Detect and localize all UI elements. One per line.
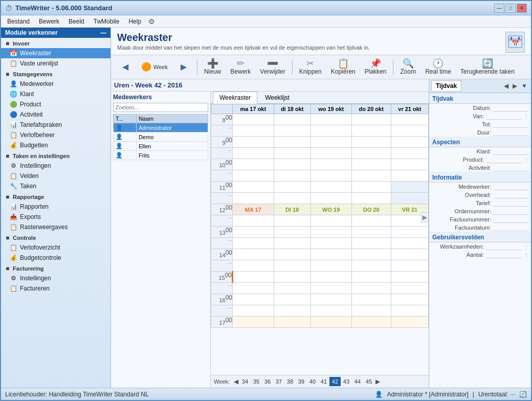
cell-do-8[interactable]: [351, 114, 391, 125]
cell-vr-9[interactable]: [391, 137, 428, 148]
cell-vr-13h[interactable]: [391, 238, 428, 249]
cell-wo-10h[interactable]: [311, 170, 351, 182]
cell-do-12h[interactable]: [351, 215, 391, 227]
recurring-button[interactable]: 🔄 Terugkerende taken: [457, 57, 518, 77]
sidebar-item-medewerker[interactable]: 👤 Medewerker: [1, 79, 110, 89]
cell-do-9h[interactable]: [351, 148, 391, 159]
cell-ma-14h[interactable]: [233, 260, 274, 272]
tab-weekraster[interactable]: Weekraster: [213, 92, 257, 104]
cell-wo-11[interactable]: [311, 182, 351, 193]
week-36[interactable]: 36: [262, 377, 273, 386]
cell-ma-14[interactable]: [233, 249, 274, 260]
cell-vr-17[interactable]: [391, 317, 428, 328]
calendar-grid-scroll[interactable]: ▶ ma 17 okt di 18 okt wo 19 okt do 20 ok…: [211, 104, 429, 375]
minimize-button[interactable]: —: [494, 4, 504, 13]
cell-vr-11h[interactable]: [391, 193, 428, 204]
week-scroll-left[interactable]: ◀: [233, 378, 239, 385]
sidebar-item-rapporten[interactable]: 📊 Rapporten: [1, 202, 110, 212]
cell-wo-14h[interactable]: [311, 260, 351, 272]
settings-gear-icon[interactable]: ⚙: [148, 17, 155, 26]
cell-do-13h[interactable]: [351, 238, 391, 249]
cell-vr-9h[interactable]: [391, 148, 428, 159]
cell-do-16h[interactable]: [351, 305, 391, 317]
cell-do-9[interactable]: [351, 137, 391, 148]
sidebar-item-product[interactable]: 🟢 Product: [1, 99, 110, 109]
cell-di-11[interactable]: [274, 182, 311, 193]
cell-wo-8h[interactable]: [311, 125, 351, 137]
cell-vr-16h[interactable]: [391, 305, 428, 317]
cell-wo-8[interactable]: [311, 114, 351, 125]
cell-ma-16h[interactable]: [233, 305, 274, 317]
cell-di-8[interactable]: [274, 114, 311, 125]
cell-wo-13[interactable]: [311, 227, 351, 238]
week-41[interactable]: 41: [318, 377, 329, 386]
week-button[interactable]: 🟠 Week: [138, 61, 171, 73]
sidebar-item-activiteit[interactable]: 🔵 Activiteit: [1, 109, 110, 120]
cell-wo-12[interactable]: WO 19: [311, 204, 351, 215]
cell-di-9[interactable]: [274, 137, 311, 148]
sidebar-item-rasterweergaves[interactable]: 📋 Rasterweergaves: [1, 222, 110, 232]
cell-ma-17[interactable]: [233, 317, 274, 328]
zoom-button[interactable]: 🔍 Zoom: [396, 57, 419, 77]
cell-di-10h[interactable]: [274, 170, 311, 182]
realtime-button[interactable]: 🕐 Real time: [422, 57, 455, 77]
tijdvak-tab[interactable]: Tijdvak: [431, 80, 461, 92]
cell-di-15h[interactable]: [274, 283, 311, 294]
sidebar-item-budgetten[interactable]: 💰 Budgetten: [1, 140, 110, 150]
sidebar-item-instellingen[interactable]: ⚙ Instellingen: [1, 161, 110, 171]
cell-do-11h[interactable]: [351, 193, 391, 204]
cell-vr-15h[interactable]: [391, 283, 428, 294]
cell-di-12h[interactable]: [274, 215, 311, 227]
expand-left-arrow[interactable]: ▶: [211, 236, 211, 243]
cell-di-8h[interactable]: [274, 125, 311, 137]
sidebar-item-factureren[interactable]: 📋 Factureren: [1, 283, 110, 294]
delete-button[interactable]: ➖ Verwijder: [256, 57, 289, 77]
cell-di-12[interactable]: DI 18: [274, 204, 311, 215]
cell-di-17[interactable]: [274, 317, 311, 328]
cell-ma-15h[interactable]: [233, 283, 274, 294]
cell-wo-16h[interactable]: [311, 305, 351, 317]
cell-wo-15h[interactable]: [311, 283, 351, 294]
paste-button[interactable]: 📌 Plakken: [361, 57, 390, 77]
cell-di-15[interactable]: [274, 272, 311, 283]
cell-ma-12h[interactable]: [233, 215, 274, 227]
menu-bestand[interactable]: Bestand: [3, 17, 34, 26]
new-button[interactable]: ➕ Nieuw: [201, 57, 225, 77]
sidebar-item-taken[interactable]: 🔧 Taken: [1, 181, 110, 191]
sidebar-collapse-button[interactable]: —: [100, 29, 106, 36]
window-controls[interactable]: — □ ✕: [494, 4, 527, 13]
nav-prev-button[interactable]: ◀: [115, 61, 136, 73]
cell-do-13[interactable]: [351, 227, 391, 238]
medewerkers-search[interactable]: [113, 103, 208, 112]
cell-ma-13[interactable]: [233, 227, 274, 238]
cell-wo-9h[interactable]: [311, 148, 351, 159]
cell-di-14h[interactable]: [274, 260, 311, 272]
cell-ma-8h[interactable]: [233, 125, 274, 137]
cell-ma-10h[interactable]: [233, 170, 274, 182]
cell-di-9h[interactable]: [274, 148, 311, 159]
cell-ma-12[interactable]: MA 17: [233, 204, 274, 215]
cell-vr-8h[interactable]: [391, 125, 428, 137]
week-35[interactable]: 35: [251, 377, 262, 386]
cell-ma-15[interactable]: [233, 272, 274, 283]
tab-weeklijst[interactable]: Weeklijst: [258, 92, 296, 103]
cell-ma-11h[interactable]: [233, 193, 274, 204]
cell-di-13[interactable]: [274, 227, 311, 238]
tijdvak-nav-next[interactable]: ▶: [511, 82, 519, 90]
week-scroll-right[interactable]: ▶: [374, 378, 381, 385]
cell-do-10h[interactable]: [351, 170, 391, 182]
werkzaamheden-dots[interactable]: ⋮: [524, 244, 529, 250]
cell-wo-17[interactable]: [311, 317, 351, 328]
cell-wo-15[interactable]: [311, 272, 351, 283]
cell-ma-16[interactable]: [233, 294, 274, 305]
scroll-right-arrow[interactable]: ▶: [421, 212, 429, 222]
week-37[interactable]: 37: [273, 377, 284, 386]
cell-do-12[interactable]: DO 20: [351, 204, 391, 215]
sidebar-item-velden[interactable]: 📋 Velden: [1, 171, 110, 181]
week-44[interactable]: 44: [352, 377, 363, 386]
cell-do-11[interactable]: [351, 182, 391, 193]
cell-vr-15[interactable]: [391, 272, 428, 283]
menu-bewerk[interactable]: Bewerk: [35, 17, 63, 26]
week-45[interactable]: 45: [363, 377, 374, 386]
cell-wo-16[interactable]: [311, 294, 351, 305]
